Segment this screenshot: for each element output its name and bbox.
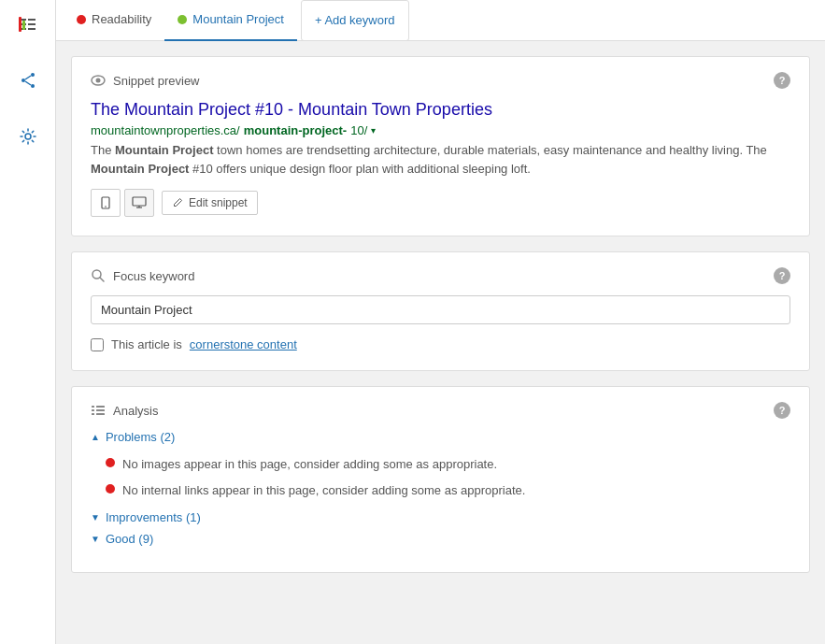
- mountain-project-dot: [178, 15, 187, 24]
- focus-keyword-title: Focus keyword: [91, 268, 194, 283]
- snippet-url-prefix: mountaintownproperties.ca/: [91, 123, 240, 137]
- svg-line-11: [25, 76, 31, 79]
- svg-line-12: [25, 81, 31, 85]
- snippet-preview-help[interactable]: ?: [774, 72, 790, 89]
- svg-rect-3: [28, 19, 36, 21]
- analysis-item: No images appear in this page, consider …: [91, 451, 790, 478]
- svg-rect-23: [92, 406, 94, 408]
- improvements-chevron: ▼: [91, 512, 100, 522]
- analysis-help[interactable]: ?: [774, 402, 790, 419]
- svg-rect-26: [96, 409, 105, 411]
- svg-rect-6: [19, 17, 21, 32]
- svg-point-17: [105, 206, 107, 208]
- snippet-preview-title: Snippet preview: [91, 73, 200, 88]
- gear-icon[interactable]: [11, 120, 45, 153]
- eye-icon: [91, 73, 106, 88]
- svg-point-8: [31, 73, 35, 77]
- tabs-bar: Readability Mountain Project + Add keywo…: [56, 0, 825, 41]
- svg-point-13: [25, 134, 31, 139]
- snippet-preview-card: Snippet preview ? The Mountain Project #…: [71, 56, 810, 236]
- svg-point-9: [21, 79, 25, 82]
- focus-keyword-input[interactable]: [91, 295, 790, 324]
- search-icon: [91, 268, 106, 283]
- share-icon[interactable]: [11, 64, 45, 97]
- analysis-card: Analysis ? ▲ Problems (2) No images appe…: [71, 386, 810, 573]
- snippet-preview-label: Snippet preview: [113, 74, 200, 88]
- mountain-project-label: Mountain Project: [192, 12, 284, 26]
- desktop-view-btn[interactable]: [124, 189, 154, 217]
- edit-snippet-button[interactable]: Edit snippet: [162, 191, 258, 215]
- sidebar: [0, 0, 56, 644]
- svg-rect-27: [92, 413, 94, 415]
- cornerstone-checkbox[interactable]: [91, 338, 104, 351]
- improvements-label: Improvements (1): [106, 510, 201, 524]
- focus-keyword-card: Focus keyword ? This article is cornerst…: [71, 251, 810, 371]
- desc-highlight-1: Mountain Project: [115, 143, 213, 157]
- problem-dot-2: [106, 484, 115, 494]
- snippet-actions: Edit snippet: [91, 189, 790, 217]
- svg-line-22: [100, 278, 104, 281]
- pencil-icon: [172, 197, 183, 208]
- problems-toggle[interactable]: ▲ Problems (2): [91, 430, 790, 444]
- list-icon: [91, 403, 106, 418]
- add-keyword-label: + Add keyword: [315, 13, 395, 27]
- readability-label: Readability: [92, 12, 151, 26]
- focus-keyword-header: Focus keyword ?: [91, 267, 790, 284]
- svg-rect-7: [22, 21, 25, 30]
- analysis-title: Analysis: [91, 403, 158, 418]
- problems-chevron: ▲: [91, 432, 100, 442]
- problems-label: Problems (2): [106, 430, 175, 444]
- analysis-label: Analysis: [113, 404, 158, 418]
- good-group: ▼ Good (9): [91, 532, 790, 546]
- svg-rect-18: [133, 197, 146, 206]
- focus-keyword-label: Focus keyword: [113, 269, 194, 283]
- good-chevron: ▼: [91, 534, 100, 544]
- svg-rect-5: [28, 28, 36, 30]
- tab-mountain-project[interactable]: Mountain Project: [164, 0, 297, 41]
- snippet-title[interactable]: The Mountain Project #10 - Mountain Town…: [91, 100, 790, 120]
- desc-highlight-2: Mountain Project: [91, 162, 189, 176]
- readability-dot: [77, 15, 86, 24]
- cornerstone-text: This article is: [111, 337, 182, 351]
- mobile-view-btn[interactable]: [91, 189, 121, 217]
- snippet-url-bold: mountain-project-: [244, 123, 348, 137]
- good-label: Good (9): [106, 532, 153, 546]
- snippet-url: mountaintownproperties.ca/mountain-proje…: [91, 123, 790, 137]
- edit-snippet-label: Edit snippet: [189, 196, 248, 209]
- svg-rect-4: [28, 23, 36, 25]
- problem-dot-1: [106, 458, 115, 467]
- improvements-group: ▼ Improvements (1): [91, 510, 790, 524]
- analysis-header: Analysis ?: [91, 402, 790, 419]
- svg-point-10: [31, 84, 35, 88]
- analysis-item: No internal links appear in this page, c…: [91, 478, 790, 504]
- problem-text-2: No internal links appear in this page, c…: [122, 481, 525, 500]
- svg-rect-28: [96, 413, 105, 415]
- focus-keyword-help[interactable]: ?: [774, 267, 790, 284]
- tab-readability[interactable]: Readability: [64, 0, 164, 41]
- problem-text-1: No images appear in this page, consider …: [122, 455, 497, 474]
- svg-point-15: [96, 79, 101, 83]
- snippet-preview-header: Snippet preview ?: [91, 72, 790, 89]
- add-keyword-tab[interactable]: + Add keyword: [301, 0, 409, 41]
- problems-group: ▲ Problems (2) No images appear in this …: [91, 430, 790, 503]
- content-area: Snippet preview ? The Mountain Project #…: [56, 41, 825, 588]
- improvements-toggle[interactable]: ▼ Improvements (1): [91, 510, 790, 524]
- svg-rect-25: [92, 409, 94, 411]
- bars-icon[interactable]: [11, 7, 45, 41]
- main-content: Readability Mountain Project + Add keywo…: [56, 0, 825, 644]
- snippet-description: The Mountain Project town homes are tren…: [91, 141, 790, 178]
- analysis-section: ▲ Problems (2) No images appear in this …: [91, 430, 790, 546]
- cornerstone-link[interactable]: cornerstone content: [190, 337, 297, 351]
- cornerstone-row: This article is cornerstone content: [91, 337, 790, 351]
- snippet-url-suffix: 10/: [350, 123, 367, 137]
- good-toggle[interactable]: ▼ Good (9): [91, 532, 790, 546]
- svg-rect-24: [96, 406, 105, 408]
- url-dropdown-arrow[interactable]: ▾: [371, 125, 376, 136]
